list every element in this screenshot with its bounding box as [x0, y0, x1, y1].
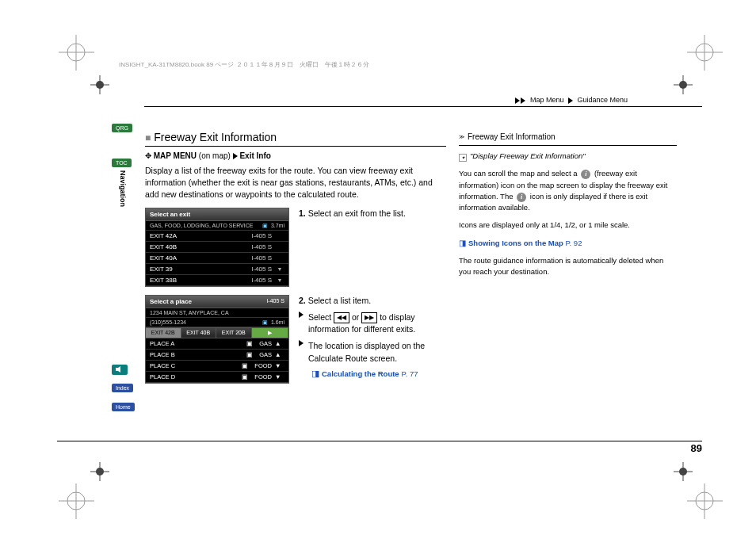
- exit-tab: EXIT 42B: [146, 328, 181, 338]
- exit-tab: EXIT 40B: [181, 328, 217, 338]
- chevron-icon: [513, 96, 528, 104]
- book-info: INSIGHT_KA-31TM8820.book 89 ページ ２０１１年８月９…: [119, 60, 369, 69]
- tab-toc[interactable]: TOC: [112, 159, 132, 167]
- breadcrumb: Map Menu Guidance Menu: [513, 96, 628, 104]
- divider: [144, 106, 702, 107]
- link-page[interactable]: P. 77: [402, 369, 418, 378]
- place-row: PLACE A▣GAS▲: [146, 338, 288, 350]
- breadcrumb-a: Map Menu: [530, 96, 564, 104]
- side-title-row: ≫Freeway Exit Information: [459, 131, 677, 146]
- nav-icon: ✥: [145, 151, 151, 160]
- link-page[interactable]: P. 92: [565, 239, 582, 247]
- crop-mark: [687, 35, 723, 71]
- link-icon: ◨: [311, 369, 319, 378]
- side-p1: You can scroll the map and select a i (f…: [459, 168, 677, 213]
- section-title: Freeway Exit Information: [154, 131, 277, 143]
- place-row: PLACE C▣FOOD▼: [146, 361, 288, 372]
- screenshot-select-exit: Select an exit GAS, FOOD, LODGING, AUTO …: [145, 208, 289, 287]
- step-1-text: Select an exit from the list.: [308, 208, 406, 218]
- side-p2: Icons are displayed only at 1/4, 1/2, or…: [459, 220, 677, 231]
- step-2a: Select ◀◀ or ▶▶ to display information f…: [308, 311, 446, 335]
- step-2-text: Select a list item.: [308, 296, 371, 305]
- exit-tabs: EXIT 42B EXIT 40B EXIT 20B ▶: [146, 327, 288, 338]
- crop-mark: [59, 35, 94, 71]
- exit-row: EXIT 39I-405 S▼: [146, 264, 288, 275]
- prev-icon: ◀◀: [334, 312, 349, 323]
- crop-mark: [59, 483, 94, 519]
- chevron-icon: [233, 153, 238, 159]
- speaker-icon: [116, 366, 124, 373]
- exit-row: EXIT 40AI-405 S: [146, 253, 288, 264]
- menu-c: Exit Info: [239, 151, 270, 160]
- reg-mark: [90, 75, 109, 94]
- chevron-icon: [299, 340, 304, 346]
- next-icon: ▶▶: [361, 312, 377, 323]
- chevron-icon: [568, 97, 573, 104]
- screenshot-select-place: Select a placeI-405 S 1234 MAIN ST, ANYP…: [145, 295, 289, 384]
- screen-addr: 1234 MAIN ST, ANYPLACE, CA: [146, 308, 288, 318]
- menu-b: (on map): [199, 151, 231, 160]
- square-bullet-icon: ■: [145, 132, 151, 143]
- menu-a: MAP MENU: [154, 151, 197, 160]
- info-icon: i: [517, 193, 526, 202]
- link-icon: ◨: [459, 239, 466, 247]
- screen-phone: (310)555-12341.6mi▣: [146, 318, 288, 327]
- breadcrumb-b: Guidance Menu: [577, 96, 628, 104]
- exit-row: EXIT 38BI-405 S▼: [146, 275, 288, 286]
- screen-subtitle: GAS, FOOD, LODGING, AUTO SERVICE3.7mi▣: [146, 221, 288, 231]
- exit-tab: EXIT 20B: [216, 328, 252, 338]
- screen-title: Select an exit: [146, 208, 288, 221]
- voice-icon: ✦: [459, 154, 467, 162]
- screen-title: Select a placeI-405 S: [146, 296, 288, 308]
- intro-text: Display a list of the freeway exits for …: [145, 165, 446, 201]
- exit-row: EXIT 40BI-405 S: [146, 242, 288, 253]
- tab-audio[interactable]: [112, 365, 128, 375]
- menu-path: ✥ MAP MENU (on map) Exit Info: [145, 151, 446, 160]
- info-icon: i: [581, 170, 590, 179]
- section-title-row: ■Freeway Exit Information: [145, 131, 446, 147]
- side-title: Freeway Exit Information: [468, 132, 556, 141]
- exit-row: EXIT 42AI-405 S: [146, 231, 288, 242]
- tab-index[interactable]: Index: [112, 384, 133, 392]
- link-calc-route[interactable]: Calculating the Route: [322, 369, 399, 378]
- tab-qrg[interactable]: QRG: [112, 124, 132, 132]
- tab-home[interactable]: Home: [112, 403, 135, 411]
- chevron-icon: [299, 311, 304, 318]
- voice-command: ✦"Display Freeway Exit Information": [459, 151, 677, 162]
- reg-mark: [674, 75, 693, 94]
- reg-mark: [674, 462, 693, 481]
- step-2b: The location is displayed on the Calcula…: [308, 340, 446, 364]
- page-number: 89: [57, 441, 702, 454]
- reg-mark: [90, 462, 109, 481]
- section-label: Navigation: [119, 170, 127, 207]
- side-bullet-icon: ≫: [459, 134, 464, 139]
- place-row: PLACE D▣FOOD▼: [146, 372, 288, 383]
- next-tab-icon: ▶: [252, 328, 289, 338]
- crop-mark: [687, 483, 723, 519]
- side-p3: The route guidance information is automa…: [459, 255, 677, 278]
- place-row: PLACE B▣GAS▲: [146, 350, 288, 361]
- svg-marker-24: [116, 366, 120, 373]
- link-icons-map[interactable]: Showing Icons on the Map: [468, 239, 563, 247]
